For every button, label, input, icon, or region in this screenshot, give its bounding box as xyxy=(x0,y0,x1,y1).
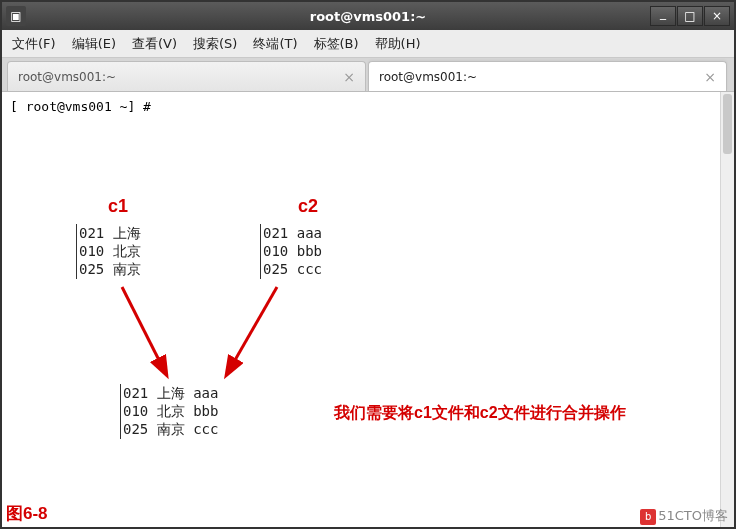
scrollbar[interactable] xyxy=(720,92,734,527)
annotation-c2-label: c2 xyxy=(298,194,318,219)
watermark-icon: b xyxy=(640,509,656,525)
annotation-merged-block: 021 上海 aaa 010 北京 bbb 025 南京 ccc xyxy=(120,384,218,439)
arrow-c1-to-merged xyxy=(2,92,734,512)
tabbar: root@vms001:~ × root@vms001:~ × xyxy=(2,58,734,92)
menu-file[interactable]: 文件(F) xyxy=(8,31,60,57)
shell-prompt: [ root@vms001 ~] # xyxy=(10,98,726,116)
svg-line-1 xyxy=(227,287,277,374)
svg-line-0 xyxy=(122,287,166,374)
scrollbar-thumb[interactable] xyxy=(723,94,732,154)
menubar: 文件(F) 编辑(E) 查看(V) 搜索(S) 终端(T) 标签(B) 帮助(H… xyxy=(2,30,734,58)
menu-search[interactable]: 搜索(S) xyxy=(189,31,241,57)
figure-label: 图6-8 xyxy=(6,502,48,525)
menu-edit[interactable]: 编辑(E) xyxy=(68,31,120,57)
close-button[interactable]: × xyxy=(704,6,730,26)
annotation-layer: c1 c2 021 上海 010 北京 025 南京 021 aaa 010 b… xyxy=(2,92,734,527)
minimize-button[interactable]: _ xyxy=(650,6,676,26)
annotation-c1-block: 021 上海 010 北京 025 南京 xyxy=(76,224,141,279)
window-controls: _ □ × xyxy=(650,6,730,26)
window-title: root@vms001:~ xyxy=(310,9,426,24)
menu-help[interactable]: 帮助(H) xyxy=(371,31,425,57)
annotation-c1-label: c1 xyxy=(108,194,128,219)
terminal-area[interactable]: [ root@vms001 ~] # c1 c2 021 上海 010 北京 0… xyxy=(2,92,734,527)
tab-close-icon[interactable]: × xyxy=(343,69,355,85)
tab-1[interactable]: root@vms001:~ × xyxy=(368,61,727,91)
annotation-description: 我们需要将c1文件和c2文件进行合并操作 xyxy=(334,402,626,424)
menu-view[interactable]: 查看(V) xyxy=(128,31,181,57)
annotation-c2-block: 021 aaa 010 bbb 025 ccc xyxy=(260,224,322,279)
watermark: b51CTO博客 xyxy=(640,507,728,525)
watermark-text: 51CTO博客 xyxy=(658,508,728,523)
tab-0[interactable]: root@vms001:~ × xyxy=(7,61,366,91)
terminal-window: ▣ root@vms001:~ _ □ × 文件(F) 编辑(E) 查看(V) … xyxy=(0,0,736,529)
app-icon: ▣ xyxy=(6,6,26,26)
menu-tabs[interactable]: 标签(B) xyxy=(310,31,363,57)
tab-label: root@vms001:~ xyxy=(18,70,116,84)
menu-terminal[interactable]: 终端(T) xyxy=(249,31,301,57)
tab-label: root@vms001:~ xyxy=(379,70,477,84)
tab-close-icon[interactable]: × xyxy=(704,69,716,85)
titlebar: ▣ root@vms001:~ _ □ × xyxy=(2,2,734,30)
maximize-button[interactable]: □ xyxy=(677,6,703,26)
